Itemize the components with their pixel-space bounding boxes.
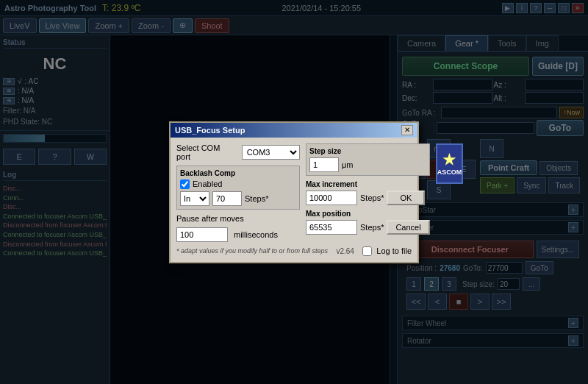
- com-port-select[interactable]: COM3: [242, 145, 300, 160]
- com-label: Select COM port: [176, 143, 236, 161]
- pause-value-row: milliseconds: [176, 227, 300, 242]
- modal-version: v2.64: [336, 247, 354, 255]
- pause-input[interactable]: [176, 227, 228, 242]
- pause-unit: milliseconds: [234, 230, 278, 239]
- com-port-row: Select COM port COM3: [176, 143, 300, 161]
- ascom-inner: ★ ASCOM: [437, 151, 462, 176]
- step-size-title: Step size: [309, 147, 426, 155]
- backlash-title: Backlash Comp: [180, 169, 296, 177]
- log-to-file-checkbox[interactable]: [362, 246, 372, 256]
- max-increment-input[interactable]: [306, 191, 357, 205]
- log-label: Log to file: [376, 246, 412, 255]
- enabled-row: Enabled: [180, 179, 296, 189]
- max-increment-section: Max increment Steps* OK: [306, 180, 430, 205]
- ascom-star: ★: [442, 151, 456, 168]
- max-increment-row: Steps* OK: [306, 191, 430, 205]
- ascom-text: ASCOM: [437, 168, 462, 176]
- modal-footer: * adapt values if you modify half to or …: [176, 246, 412, 256]
- modal-top-row: Select COM port COM3 Backlash Comp Enabl…: [176, 143, 412, 242]
- footer-note: * adapt values if you modify half to or …: [176, 247, 328, 255]
- modal-close-btn[interactable]: ✕: [401, 125, 413, 135]
- modal-right-col: Step size μm Max increment Steps* OK: [306, 143, 430, 235]
- enabled-label: Enabled: [193, 179, 222, 188]
- pause-label: Pause after moves: [176, 214, 244, 223]
- ascom-logo: ★ ASCOM: [436, 143, 464, 184]
- step-size-input[interactable]: [309, 157, 339, 172]
- backlash-in-row: In Out Steps*: [180, 191, 296, 206]
- step-size-box: Step size μm: [306, 143, 430, 176]
- max-increment-label: Max increment: [306, 180, 430, 188]
- enabled-checkbox[interactable]: [180, 179, 190, 189]
- max-position-input[interactable]: [306, 220, 357, 235]
- usb-focus-setup-modal: USB_Focus Setup ✕ Select COM port COM3: [169, 121, 419, 263]
- max-position-section: Max position Steps* Cancel: [306, 210, 430, 235]
- step-size-unit: μm: [342, 160, 354, 169]
- backlash-steps-unit: Steps*: [245, 194, 268, 203]
- pause-row: Pause after moves: [176, 214, 300, 223]
- step-size-row: μm: [309, 157, 426, 172]
- log-to-file-row: Log to file: [362, 246, 412, 256]
- max-position-label: Max position: [306, 210, 430, 218]
- backlash-box: Backlash Comp Enabled In Out Steps*: [176, 166, 300, 210]
- modal-body: Select COM port COM3 Backlash Comp Enabl…: [171, 138, 417, 262]
- direction-select[interactable]: In Out: [180, 191, 209, 206]
- cancel-btn[interactable]: Cancel: [387, 220, 429, 235]
- modal-overlay: USB_Focus Setup ✕ Select COM port COM3: [0, 0, 588, 384]
- max-position-unit: Steps*: [360, 223, 384, 232]
- ok-btn[interactable]: OK: [387, 191, 425, 205]
- backlash-steps-input[interactable]: [212, 191, 242, 206]
- max-position-row: Steps* Cancel: [306, 220, 430, 235]
- modal-title: USB_Focus Setup: [175, 126, 245, 135]
- modal-left-col: Select COM port COM3 Backlash Comp Enabl…: [176, 143, 300, 242]
- max-increment-unit: Steps*: [360, 193, 384, 202]
- modal-title-bar: USB_Focus Setup ✕: [171, 123, 417, 138]
